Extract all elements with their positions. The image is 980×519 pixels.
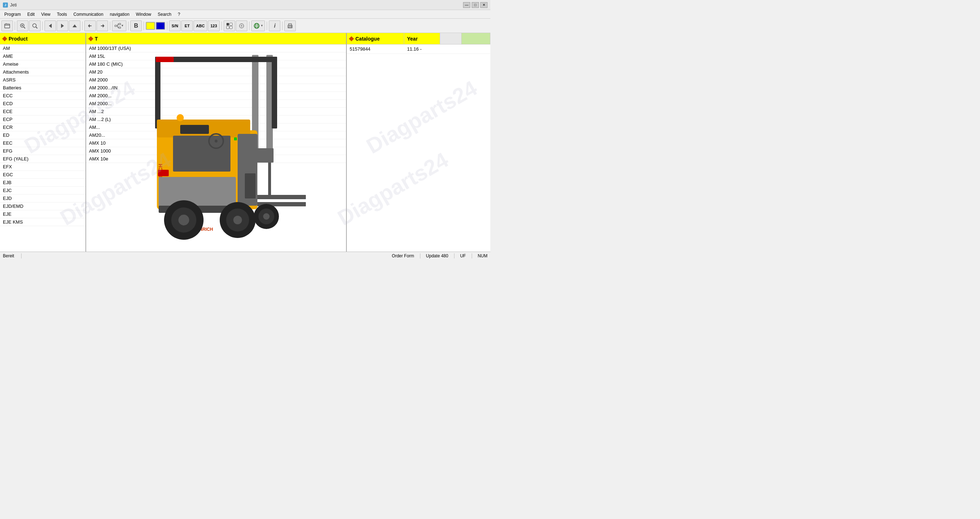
list-item[interactable]: ECR <box>0 123 86 131</box>
toolbar-sep-4 <box>110 22 110 30</box>
status-divider-4 <box>472 253 472 258</box>
list-item[interactable]: Batteries <box>0 84 86 92</box>
list-item[interactable]: EFX <box>0 163 86 171</box>
bold-button[interactable]: B <box>130 21 142 31</box>
list-item[interactable]: AM 180 C (MIC) <box>86 60 346 68</box>
list-item[interactable]: EEC <box>0 139 86 147</box>
view2-button[interactable] <box>224 21 235 31</box>
list-item[interactable]: EJE <box>0 210 86 218</box>
list-item[interactable]: ED <box>0 131 86 139</box>
toolbar-sep-2 <box>42 22 43 30</box>
list-item[interactable]: EJD/EMD <box>0 202 86 210</box>
list-item[interactable]: EJE KMS <box>0 218 86 226</box>
list-item[interactable]: ECD <box>0 100 86 108</box>
list-item[interactable]: AM 2000... <box>86 100 346 108</box>
toolbar-sep-8 <box>221 22 222 30</box>
list-item[interactable]: AM <box>0 45 86 53</box>
svg-line-7 <box>36 27 37 29</box>
list-item[interactable]: Attachments <box>0 68 86 76</box>
info-button[interactable]: i <box>269 21 280 31</box>
menu-search[interactable]: Search <box>155 11 174 18</box>
sn-button[interactable]: S/N <box>169 21 181 31</box>
svg-point-27 <box>241 25 242 27</box>
forward-button[interactable] <box>57 21 68 31</box>
list-item[interactable]: AM 20 <box>86 68 346 76</box>
svg-marker-9 <box>61 24 64 28</box>
svg-rect-75 <box>245 174 256 199</box>
list-item[interactable]: ECE <box>0 108 86 116</box>
list-item[interactable]: AM 2000.../IN <box>86 84 346 92</box>
type-list[interactable]: AM 1000/13T (USA) AM 15L AM 180 C (MIC) … <box>86 45 346 163</box>
list-item[interactable]: ECP <box>0 116 86 123</box>
minimize-button[interactable]: — <box>463 2 470 8</box>
menu-program[interactable]: Program <box>2 11 24 18</box>
product-panel: Product AM AME Ameise Attachments ASRS B… <box>0 33 86 252</box>
list-item[interactable]: AM... <box>86 123 346 131</box>
parts-button[interactable] <box>236 21 247 31</box>
list-item[interactable]: EJB <box>0 179 86 187</box>
list-item[interactable]: AM20... <box>86 131 346 139</box>
svg-rect-22 <box>226 23 229 25</box>
status-update: Update 480 <box>426 253 449 258</box>
list-item[interactable]: AMX 1000 <box>86 147 346 155</box>
catalogue-panel: Catalogue Year 51579844 11.16 - <box>347 33 490 252</box>
list-item[interactable]: EJC <box>0 187 86 194</box>
svg-point-6 <box>33 24 36 27</box>
blue-color-button[interactable] <box>156 22 165 30</box>
nav-back-button[interactable] <box>84 21 96 31</box>
toolbar-sep-3 <box>82 22 83 30</box>
catalogue-list[interactable]: 51579844 11.16 - <box>347 45 490 252</box>
nav-forward-button[interactable] <box>97 21 108 31</box>
open-button[interactable] <box>2 21 13 31</box>
abc-button[interactable]: ABC <box>194 21 207 31</box>
list-item[interactable]: AM 1000/13T (USA) <box>86 45 346 53</box>
menu-communication[interactable]: Communication <box>71 11 106 18</box>
svg-marker-10 <box>73 24 77 27</box>
close-button[interactable]: ✕ <box>480 2 487 8</box>
et-button[interactable]: ET <box>181 21 193 31</box>
globe-button[interactable]: ▼ <box>251 21 265 31</box>
zoom-in-button[interactable] <box>17 21 29 31</box>
list-item[interactable]: EFG <box>0 147 86 155</box>
hierarchy-button[interactable]: ▼ <box>112 21 126 31</box>
toolbar: ▼ B S/N ET ABC 123 ▼ i <box>0 19 490 33</box>
list-item[interactable]: ASRS <box>0 76 86 84</box>
search-button[interactable] <box>29 21 41 31</box>
menu-window[interactable]: Window <box>133 11 154 18</box>
window-controls[interactable]: — □ ✕ <box>463 2 487 8</box>
svg-line-3 <box>24 27 25 29</box>
status-num: NUM <box>478 253 487 258</box>
num-button[interactable]: 123 <box>208 21 220 31</box>
list-item[interactable]: AM 2000... <box>86 92 346 100</box>
menu-tools[interactable]: Tools <box>54 11 70 18</box>
list-item[interactable]: AM 15L <box>86 53 346 60</box>
svg-point-61 <box>171 207 196 232</box>
list-item[interactable]: EJD <box>0 194 86 202</box>
toolbar-sep-11 <box>282 22 283 30</box>
menu-help[interactable]: ? <box>175 11 183 18</box>
svg-point-66 <box>254 204 279 229</box>
list-item[interactable]: ECC <box>0 92 86 100</box>
list-item[interactable]: EGC <box>0 171 86 179</box>
menu-edit[interactable]: Edit <box>24 11 38 18</box>
catalogue-extra2 <box>461 46 490 53</box>
catalogue-row[interactable]: 51579844 11.16 - <box>347 45 490 54</box>
list-item[interactable]: EFG (YALE) <box>0 155 86 163</box>
back-button[interactable] <box>45 21 56 31</box>
list-item[interactable]: AMX 10e <box>86 155 346 163</box>
list-item[interactable]: AM ...2 (L) <box>86 116 346 123</box>
title-bar-left: J Jeti <box>3 3 17 8</box>
yellow-color-button[interactable] <box>146 22 155 30</box>
menu-view[interactable]: View <box>38 11 54 18</box>
product-list[interactable]: AM AME Ameise Attachments ASRS Batteries… <box>0 45 86 252</box>
list-item[interactable]: Ameise <box>0 60 86 68</box>
list-item[interactable]: AM 2000 <box>86 76 346 84</box>
list-item[interactable]: AME <box>0 53 86 60</box>
list-item[interactable]: AM ...2 <box>86 108 346 116</box>
menu-navigation[interactable]: navigation <box>107 11 132 18</box>
up-button[interactable] <box>69 21 80 31</box>
svg-text:JUNGHEINRICH: JUNGHEINRICH <box>158 164 163 202</box>
print-button[interactable] <box>284 21 296 31</box>
maximize-button[interactable]: □ <box>472 2 479 8</box>
list-item[interactable]: AMX 10 <box>86 139 346 147</box>
